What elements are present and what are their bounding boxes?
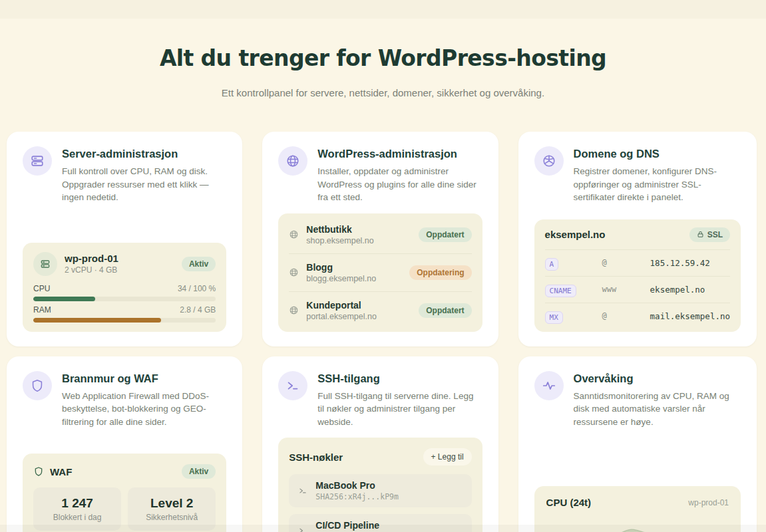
- card-description: Installer, oppdater og administrer WordP…: [317, 165, 482, 204]
- dns-record-a: A @ 185.12.59.42: [545, 250, 730, 277]
- site-domain: shop.eksempel.no: [306, 236, 373, 245]
- card-header: WordPress-administrasjon Installer, oppd…: [278, 146, 482, 204]
- dns-record-mx: MX @ mail.eksempel.no: [545, 303, 730, 329]
- lock-icon: [697, 231, 704, 238]
- card-monitoring: Overvåking Sanntidsmonitorering av CPU, …: [518, 356, 757, 532]
- record-host: www: [602, 285, 650, 294]
- feature-grid: Server-administrasjon Full kontroll over…: [0, 132, 766, 532]
- record-value: 185.12.59.42: [650, 258, 710, 268]
- page-title: Alt du trenger for WordPress-hosting: [0, 45, 766, 71]
- top-section-divider: [0, 0, 766, 19]
- waf-title: WAF: [50, 466, 72, 477]
- card-title: Server-administrasjon: [62, 148, 226, 160]
- shield-icon: [23, 371, 52, 400]
- cpu-progress-bar: [33, 297, 216, 301]
- dns-record-cname: CNAME www eksempel.no: [545, 277, 730, 303]
- dns-domain-name: eksempel.no: [545, 229, 606, 240]
- sites-list-panel: Nettbutikk shop.eksempel.no Oppdatert Bl…: [278, 213, 482, 332]
- meter-value-ram: 2.8 / 4 GB: [180, 305, 216, 315]
- globe-meridians-icon: [534, 146, 564, 176]
- site-row-blogg: Blogg blogg.eksempel.no Oppdatering: [289, 254, 471, 292]
- meter-label-cpu: CPU: [33, 284, 50, 293]
- record-value: eksempel.no: [650, 285, 705, 295]
- card-server-admin: Server-administrasjon Full kontroll over…: [7, 132, 242, 346]
- meter-value-cpu: 34 / 100 %: [178, 284, 216, 293]
- site-name: Nettbutikk: [306, 224, 373, 235]
- card-title: Brannmur og WAF: [62, 372, 226, 385]
- ssh-keys-panel: SSH-nøkler + Legg til MacBook Pro SHA256…: [278, 438, 482, 532]
- card-title: Overvåking: [574, 372, 741, 385]
- chart-server-label: wp-prod-01: [688, 498, 729, 507]
- dns-records-panel: eksempel.no SSL A @ 185.12.59.42 CNAME w…: [534, 219, 741, 332]
- site-globe-icon: [289, 305, 299, 315]
- ssh-keys-heading: SSH-nøkler: [289, 452, 343, 463]
- server-status-panel: wp-prod-01 2 vCPU · 4 GB Aktiv CPU 34 / …: [23, 243, 226, 332]
- key-fingerprint: SHA256:xR4j...kP9m: [315, 492, 399, 501]
- record-type-chip: A: [545, 258, 559, 271]
- ram-progress-bar: [33, 318, 216, 323]
- record-host: @: [602, 258, 650, 267]
- waf-status-badge: Aktiv: [182, 464, 216, 479]
- server-name: wp-prod-01: [65, 253, 118, 264]
- server-specs: 2 vCPU · 4 GB: [65, 265, 118, 275]
- card-header: Brannmur og WAF Web Application Firewall…: [23, 371, 226, 429]
- card-firewall-waf: Brannmur og WAF Web Application Firewall…: [7, 356, 242, 532]
- record-value: mail.eksempel.no: [650, 311, 730, 321]
- page-subtitle: Ett kontrollpanel for servere, nettsider…: [0, 87, 766, 98]
- card-ssh-access: SSH-tilgang Full SSH-tilgang til servern…: [262, 356, 498, 532]
- card-description: Web Application Firewall med DDoS-beskyt…: [62, 390, 226, 429]
- card-title: Domene og DNS: [574, 148, 741, 160]
- site-globe-icon: [289, 267, 299, 277]
- ssh-key-macbook: MacBook Pro SHA256:xR4j...kP9m: [289, 474, 471, 507]
- card-header: Overvåking Sanntidsmonitorering av CPU, …: [534, 371, 741, 429]
- card-description: Registrer domener, konfigurer DNS-oppfør…: [574, 165, 741, 204]
- bottom-section-divider: [0, 525, 766, 532]
- card-description: Full SSH-tilgang til serverne dine. Legg…: [317, 390, 482, 429]
- site-globe-icon: [289, 229, 299, 239]
- add-key-button[interactable]: + Legg til: [423, 448, 472, 466]
- terminal-small-icon: [298, 486, 307, 495]
- meter-label-ram: RAM: [33, 305, 51, 315]
- site-name: Blogg: [306, 262, 376, 273]
- site-row-nettbutikk: Nettbutikk shop.eksempel.no Oppdatert: [289, 216, 471, 254]
- site-name: Kundeportal: [306, 300, 377, 311]
- card-domains-dns: Domene og DNS Registrer domener, konfigu…: [518, 132, 757, 346]
- shield-small-icon: [33, 466, 44, 477]
- card-title: WordPress-administrasjon: [317, 148, 482, 160]
- server-small-icon: [33, 252, 57, 276]
- site-row-kundeportal: Kundeportal portal.eksempel.no Oppdatert: [289, 292, 471, 329]
- site-status-badge: Oppdatert: [419, 227, 471, 242]
- globe-icon: [278, 146, 307, 176]
- card-wordpress-admin: WordPress-administrasjon Installer, oppd…: [262, 132, 498, 346]
- card-description: Sanntidsmonitorering av CPU, RAM og disk…: [574, 390, 741, 429]
- chart-title: CPU (24t): [546, 497, 592, 508]
- site-status-badge: Oppdatering: [409, 265, 471, 280]
- terminal-icon: [278, 371, 307, 400]
- record-type-chip: CNAME: [545, 285, 576, 297]
- card-header: Domene og DNS Registrer domener, konfigu…: [534, 146, 741, 204]
- card-header: Server-administrasjon Full kontroll over…: [23, 146, 226, 204]
- key-name: MacBook Pro: [315, 480, 399, 491]
- card-title: SSH-tilgang: [317, 372, 482, 385]
- server-status-badge: Aktiv: [182, 257, 216, 271]
- record-type-chip: MX: [545, 311, 563, 324]
- card-description: Full kontroll over CPU, RAM og disk. Opp…: [62, 165, 226, 204]
- ssl-badge: SSL: [689, 227, 730, 242]
- site-status-badge: Oppdatert: [419, 303, 471, 318]
- card-header: SSH-tilgang Full SSH-tilgang til servern…: [278, 371, 482, 429]
- site-domain: portal.eksempel.no: [306, 312, 377, 321]
- waf-status-panel: WAF Aktiv 1 247 Blokkert i dag Level 2 S…: [23, 454, 226, 532]
- record-host: @: [602, 311, 650, 321]
- server-icon: [23, 146, 52, 176]
- activity-pulse-icon: [534, 371, 564, 400]
- site-domain: blogg.eksempel.no: [306, 274, 376, 283]
